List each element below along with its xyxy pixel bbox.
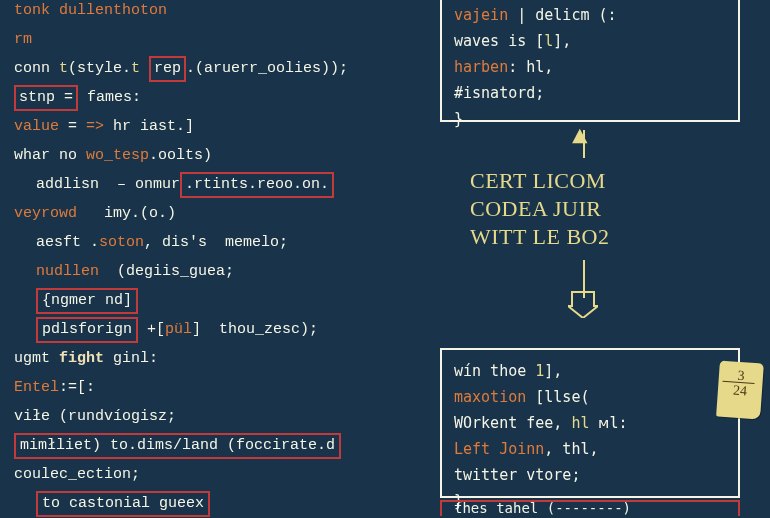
box-line: harben: hl, [454,54,726,80]
code-line: conn t(style.t rep.(aruerr_oolies)); [14,54,434,83]
arrow-up-icon: ▲ [572,122,588,152]
arrow-up-stem [583,130,585,158]
code-line: to castonial gueex [14,489,434,518]
code-line: pdlsforign +[pül] thou_zesc); [14,315,434,344]
sticky-note: 3 24 [716,361,764,420]
box-line: Left Joinn, thl, [454,436,726,462]
caption-line-2: CODEA JUIR [470,195,610,223]
code-line: nudllen (degiis_guea; [14,257,434,286]
code-line: addlisn – onmur.rtints.reoo.on. [14,170,434,199]
footer-text: thes tahel (--------) [442,500,631,516]
caption-line-3: WITT LE BO2 [470,223,610,251]
arrow-down-icon [568,290,598,318]
sticky-num-2: 24 [717,381,762,399]
code-line: tonk dullenthoton [14,0,434,25]
footer-highlight: thes tahel (--------) [440,500,740,516]
diagram-caption: CERT LICOM CODEA JUIR WITT LE BO2 [470,167,610,251]
code-line: viłe (rundvíogisz; [14,402,434,431]
code-line: value = => hr iast.] [14,112,434,141]
code-line: ugmt fight ginl: [14,344,434,373]
code-line: stnp = fames: [14,83,434,112]
code-line: whar no wo_tesp.oolts) [14,141,434,170]
code-line: coulec_ection; [14,460,434,489]
code-line: {ngmer nd] [14,286,434,315]
output-box-top: vajein | delicm (:waves is [l],harben: h… [440,0,740,122]
code-line: mimłliet) to.dims/land (foccirate.d [14,431,434,460]
box-line: wín thoe 1], [454,358,726,384]
box-line: } [454,106,726,132]
code-line: veyrowd imy.(o.) [14,199,434,228]
box-line: #isnatord; [454,80,726,106]
box-line: vajein | delicm (: [454,2,726,28]
caption-line-1: CERT LICOM [470,167,610,195]
code-area: tonk dullenthotonrmconn t(style.t rep.(a… [14,0,434,518]
box-line: WOrkent fee, hl ᴍl: [454,410,726,436]
code-line: aesft .soton, dis's memelo; [14,228,434,257]
code-line: Entel:=[: [14,373,434,402]
sticky-num-1: 3 [719,367,764,385]
code-line: rm [14,25,434,54]
output-box-bottom: wín thoe 1],maxotion [llse( WOrkent fee,… [440,348,740,498]
box-line: maxotion [llse( [454,384,726,410]
box-line: twitter vtore; [454,462,726,488]
box-line: waves is [l], [454,28,726,54]
